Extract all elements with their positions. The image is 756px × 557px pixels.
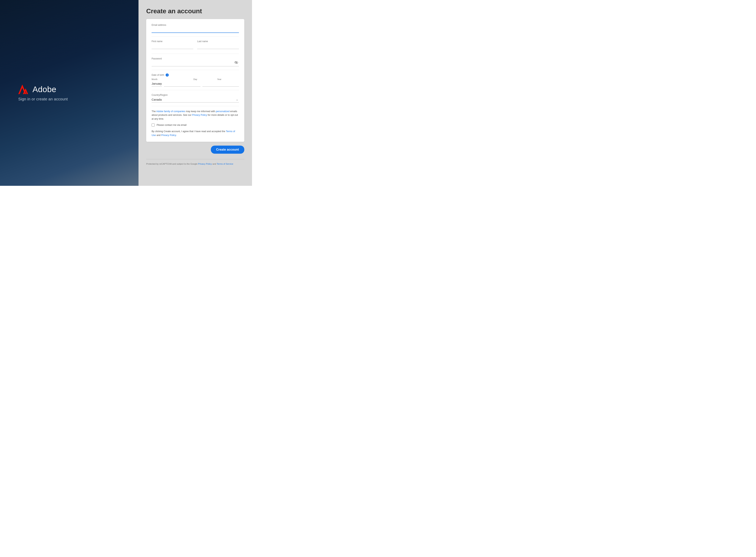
right-panel: Create an account Email address First na… (139, 0, 252, 186)
privacy-text-1: The (152, 110, 156, 113)
privacy-text-2: may keep me informed with (185, 110, 216, 113)
day-sub-label: Day (194, 78, 215, 80)
name-divider (152, 54, 239, 54)
privacy-policy-link[interactable]: Privacy Policy (192, 114, 207, 116)
create-account-button[interactable]: Create account (211, 146, 244, 154)
terms-text-2: and (156, 134, 161, 137)
day-input[interactable] (164, 81, 200, 87)
recaptcha-text: Protected by reCAPTCHA and subject to th… (146, 162, 244, 166)
country-select-wrapper: CanadaUnited StatesUnited KingdomAustral… (152, 97, 239, 102)
month-select[interactable]: JanuaryFebruaryMarchAprilMayJuneJulyAugu… (152, 81, 162, 87)
adobe-wordmark: Adobe (32, 85, 56, 94)
adobe-family-link[interactable]: Adobe family of companies (156, 110, 185, 113)
password-wrapper (152, 61, 239, 66)
terms-text-1: By clicking Create account, I agree that… (152, 130, 226, 133)
toggle-password-icon[interactable] (234, 61, 238, 65)
dob-inputs: JanuaryFebruaryMarchAprilMayJuneJulyAugu… (152, 81, 239, 87)
page-title: Create an account (146, 7, 244, 15)
first-name-input[interactable] (152, 43, 193, 49)
recaptcha-privacy-link[interactable]: Privacy Policy (198, 163, 212, 165)
form-card: Email address First name Last name Passw… (146, 19, 244, 142)
adobe-logo: Adobe (18, 85, 68, 94)
country-label: Country/Region (152, 94, 239, 96)
last-name-field-group: Last name (197, 40, 239, 49)
recaptcha-text-2: and (212, 163, 216, 165)
country-field-group: Country/Region CanadaUnited StatesUnited… (152, 94, 239, 102)
dob-divider (152, 90, 239, 90)
branding-area: Adobe Sign in or create an account (18, 85, 68, 101)
password-divider (152, 70, 239, 70)
password-label: Password (152, 57, 239, 60)
email-contact-label: Please contact me via email (156, 124, 186, 126)
personalized-link[interactable]: personalized (216, 110, 230, 113)
last-name-label: Last name (197, 40, 239, 43)
email-label: Email address (152, 24, 239, 26)
country-select[interactable]: CanadaUnited StatesUnited KingdomAustral… (152, 97, 239, 102)
year-sub-label: Year (217, 78, 239, 80)
privacy-policy-terms-link[interactable]: Privacy Policy. (161, 134, 177, 137)
email-contact-row: Please contact me via email (152, 123, 239, 126)
name-row: First name Last name (152, 40, 239, 53)
email-contact-checkbox[interactable] (152, 123, 155, 126)
first-name-label: First name (152, 40, 193, 43)
month-select-wrapper: JanuaryFebruaryMarchAprilMayJuneJulyAugu… (152, 81, 162, 87)
email-field-group: Email address (152, 24, 239, 33)
recaptcha-text-1: Protected by reCAPTCHA and subject to th… (146, 163, 198, 165)
privacy-text: The Adobe family of companies may keep m… (152, 110, 239, 121)
adobe-tagline: Sign in or create an account (18, 97, 68, 101)
dob-label-row: Date of birth i (152, 74, 239, 77)
adobe-logo-icon (18, 85, 29, 94)
password-field-group: Password (152, 57, 239, 66)
dob-sub-labels: Month Day Year (152, 78, 239, 80)
year-input[interactable] (202, 81, 239, 87)
first-name-field-group: First name (152, 40, 193, 49)
dob-label: Date of birth (152, 74, 164, 76)
recaptcha-terms-link[interactable]: Terms of Service (217, 163, 233, 165)
create-btn-row: Create account (146, 146, 244, 154)
terms-text: By clicking Create account, I agree that… (152, 129, 239, 137)
email-input[interactable] (152, 27, 239, 33)
password-input[interactable] (152, 61, 239, 66)
country-divider (152, 106, 239, 106)
month-sub-label: Month (152, 78, 192, 80)
dob-field-group: Date of birth i Month Day Year JanuaryFe… (152, 74, 239, 87)
last-name-input[interactable] (197, 43, 239, 49)
dob-info-icon[interactable]: i (166, 74, 169, 77)
